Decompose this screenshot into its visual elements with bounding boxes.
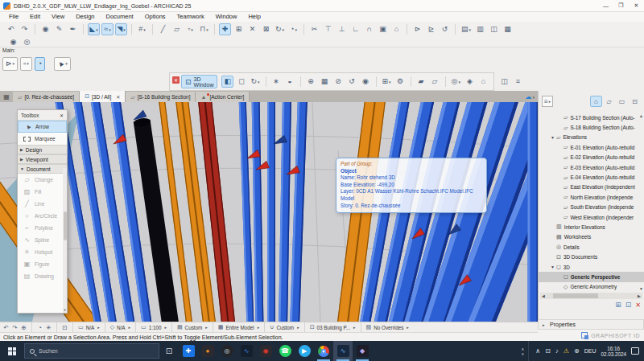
camera-button[interactable]: ◎▾ <box>450 76 462 88</box>
arrow-tool[interactable]: ▲Arrow <box>18 121 67 133</box>
tree-item-s-18-building-section-auto[interactable]: ▱S-18 Building Section (Auto- <box>539 122 644 132</box>
explore-model-button[interactable]: ◒ <box>284 76 296 88</box>
publisher-button[interactable]: ⊡ <box>629 96 641 107</box>
orbit-3d-button[interactable]: ↻▾ <box>249 76 261 88</box>
close-button[interactable]: ✕ <box>629 0 644 11</box>
home-camera-button[interactable]: ⌂ <box>477 76 489 88</box>
perspective-eye-button[interactable]: ◉ <box>360 76 372 88</box>
paint-bucket-button[interactable]: ▱ <box>429 76 441 88</box>
teamwork-cloud-button[interactable]: ☁▾ <box>525 92 535 102</box>
group-design[interactable]: ▶Design <box>18 145 67 154</box>
scale-field[interactable]: ▭1:100▸ <box>139 322 168 332</box>
marquee-restrict-button[interactable]: ▫▾ <box>184 23 196 35</box>
obs-studio-app[interactable]: ◎ <box>217 341 237 361</box>
tab-s16-section[interactable]: ▱[S-16 Building Section] <box>126 92 196 102</box>
menu-teamwork[interactable]: Teamwork <box>171 12 210 22</box>
pipe[interactable] <box>267 102 275 322</box>
cutaway-button[interactable]: ◧ <box>221 76 233 88</box>
group-toggle-button[interactable]: ◎ <box>21 36 33 48</box>
tree-item-north-elevation-independe[interactable]: ▱North Elevation (Independe <box>539 192 644 202</box>
tray-media-icon[interactable]: ♪ <box>555 347 559 355</box>
delete-button[interactable]: ✕ <box>635 302 641 309</box>
tree-item-details[interactable]: ◎Details <box>539 242 644 252</box>
task-view-button[interactable]: ⊡ <box>159 341 179 361</box>
tab-overview-button[interactable]: ▦ <box>0 92 13 102</box>
whatsapp-app[interactable]: ☎ <box>275 341 295 361</box>
telegram-app[interactable]: ▶ <box>295 341 314 361</box>
split-button[interactable]: ✂ <box>308 23 320 35</box>
view-back-button[interactable]: ↶ <box>2 323 10 332</box>
menu-options[interactable]: Options <box>139 12 171 22</box>
tree-item-west-elevation-independer[interactable]: ▱West Elevation (Independer <box>539 212 644 222</box>
eraser-button[interactable]: ▱ <box>171 23 183 35</box>
tree-item-worksheets[interactable]: ▤Worksheets <box>539 232 644 242</box>
autogroup-button[interactable]: ◉ <box>7 36 19 48</box>
drag-button[interactable]: ✚ <box>219 23 231 35</box>
tab-3d-all[interactable]: ⊡[3D / All]✕ <box>80 91 126 102</box>
pen-set-field[interactable]: ▭N/A▸ <box>76 322 101 332</box>
fillet-button[interactable]: ∟ <box>349 23 361 35</box>
clone-folder-button[interactable]: ⊞ <box>615 301 621 309</box>
intersect-button[interactable]: ✕ <box>246 23 258 35</box>
tree-scroll-down-icon[interactable]: ▼ <box>639 286 643 291</box>
project-map-button[interactable]: ⌂ <box>590 96 602 107</box>
group-document[interactable]: ▼Document <box>18 164 67 174</box>
markup-style-field[interactable]: ◇N/A▸ <box>109 322 132 332</box>
3d-viewport[interactable]: Part of Group: Object Name: Rohr stehend… <box>0 102 538 322</box>
screen-recorder-app[interactable]: ● <box>198 341 217 361</box>
video-camera-button[interactable]: ◫ <box>498 76 510 88</box>
toolbox-header[interactable]: Toolbox ✕ <box>18 110 67 121</box>
view-forward-button[interactable]: ↷ <box>10 323 19 332</box>
navigator-tree-button[interactable]: ≡▸ <box>542 96 553 107</box>
tree-item-s-17-building-section-auto[interactable]: ▱S-17 Building Section (Auto- <box>539 113 644 122</box>
fit-in-window-button[interactable]: ⊡ <box>60 323 69 332</box>
rotate-view-button[interactable]: ↻▾ <box>274 23 286 35</box>
inject-parameters-button[interactable]: ✒ <box>67 23 79 35</box>
camera-locked-button[interactable]: ◈ <box>464 76 476 88</box>
capture-view-button[interactable]: ⊞▾ <box>381 76 393 88</box>
graphic-override-field[interactable]: ▧No Overrides▸ <box>365 322 411 332</box>
menu-help[interactable]: Help <box>242 12 266 22</box>
sun-settings-button[interactable]: ◔▾ <box>287 23 299 35</box>
brush-button[interactable]: ▰ <box>415 76 427 88</box>
walk-mode-button[interactable]: ∗ <box>270 76 283 88</box>
drawing-tool[interactable]: ▤Drawing <box>18 270 67 282</box>
selection-mode-button[interactable]: ⊳▾ <box>2 57 18 71</box>
menu-file[interactable]: File <box>3 12 24 22</box>
language-indicator[interactable]: DEU <box>584 348 597 354</box>
guide-lines-button[interactable]: ◣▾ <box>88 23 100 35</box>
minimize-button[interactable]: — <box>598 0 613 11</box>
taskbar-search-input[interactable]: Suchen <box>24 343 159 359</box>
toolbox-scroll-down-icon[interactable]: ▼ <box>63 308 67 313</box>
trim-button[interactable]: ⊠ <box>260 23 272 35</box>
panel-button[interactable]: ▤▾ <box>460 23 473 35</box>
toolbox-scrollbar[interactable] <box>63 168 67 313</box>
polyline-tool[interactable]: ⌐Polyline <box>18 222 67 234</box>
model-filter-field[interactable]: ▦Entire Model▸ <box>217 322 262 332</box>
view-map-button[interactable]: ▱ <box>603 96 615 107</box>
refresh-teamwork-button[interactable]: ↺ <box>439 23 451 35</box>
tree-item-e-01-elevation-auto-rebuild[interactable]: ▱E-01 Elevation (Auto-rebuild <box>539 142 644 152</box>
group-viewpoint[interactable]: ▶Viewpoint <box>18 154 67 164</box>
acrobat-reader-app[interactable]: ◉ <box>256 341 275 361</box>
guide-segment-button[interactable]: ╱ <box>157 23 169 35</box>
vr-scene-button[interactable]: ▦ <box>319 76 331 88</box>
walk-quick-button[interactable]: ✳ <box>44 323 53 332</box>
tree-item-south-elevation-independe[interactable]: ▱South Elevation (Independe <box>539 203 644 212</box>
properties-bar[interactable]: ▸ Properties <box>538 319 644 330</box>
tree-item-east-elevation-independent[interactable]: ▱East Elevation (Independent <box>539 183 644 192</box>
tree-item-generic-perspective[interactable]: ◻Generic Perspective <box>539 272 644 281</box>
tree-item-generic-axonometry[interactable]: ◇Generic Axonometry <box>539 282 644 292</box>
tree-item-e-04-elevation-auto-rebuild[interactable]: ▱E-04 Elevation (Auto-rebuild <box>539 172 644 182</box>
menu-edit[interactable]: Edit <box>24 12 46 22</box>
tree-item-3d-documents[interactable]: ⊡3D Documents <box>539 252 644 261</box>
tree-scroll-up-icon[interactable]: ▲ <box>639 113 643 118</box>
marquee-mode-button[interactable]: ▫▾ <box>20 57 32 71</box>
capcut-app[interactable]: ◆ <box>353 341 372 361</box>
bounding-box-button[interactable]: ◻ <box>235 76 247 88</box>
maximize-button[interactable]: ❐ <box>613 0 629 11</box>
snap-guides-button[interactable]: ≈▾ <box>101 23 114 35</box>
gravity-button[interactable]: ◥▾ <box>115 23 127 35</box>
arrow-tool-button[interactable]: ▲▾ <box>54 57 70 71</box>
arc-button[interactable]: ∩ <box>363 23 375 35</box>
